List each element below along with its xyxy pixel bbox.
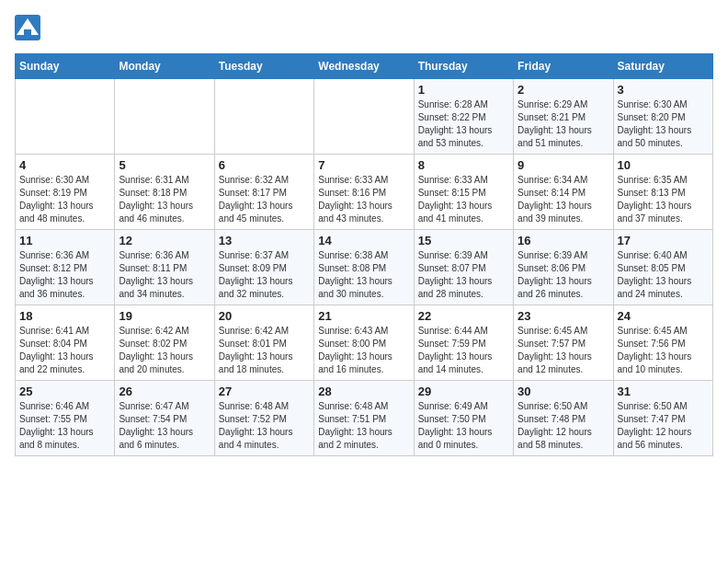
day-cell: 16Sunrise: 6:39 AM Sunset: 8:06 PM Dayli…: [514, 230, 613, 305]
day-info: Sunrise: 6:36 AM Sunset: 8:12 PM Dayligh…: [19, 249, 110, 301]
day-info: Sunrise: 6:30 AM Sunset: 8:20 PM Dayligh…: [618, 98, 709, 150]
day-number: 20: [219, 309, 310, 323]
day-cell: 24Sunrise: 6:45 AM Sunset: 7:56 PM Dayli…: [613, 305, 712, 381]
day-cell: 3Sunrise: 6:30 AM Sunset: 8:20 PM Daylig…: [613, 79, 712, 155]
day-cell: [115, 79, 214, 155]
day-cell: 27Sunrise: 6:48 AM Sunset: 7:52 PM Dayli…: [214, 381, 313, 456]
header: [15, 15, 713, 42]
day-number: 23: [518, 309, 609, 323]
day-cell: 30Sunrise: 6:50 AM Sunset: 7:48 PM Dayli…: [514, 381, 613, 456]
day-number: 25: [19, 385, 110, 398]
day-info: Sunrise: 6:37 AM Sunset: 8:09 PM Dayligh…: [219, 249, 310, 301]
day-header-sunday: Sunday: [16, 54, 115, 79]
day-cell: [214, 79, 313, 155]
day-info: Sunrise: 6:42 AM Sunset: 8:01 PM Dayligh…: [219, 325, 310, 376]
day-cell: 17Sunrise: 6:40 AM Sunset: 8:05 PM Dayli…: [613, 230, 712, 305]
day-cell: 21Sunrise: 6:43 AM Sunset: 8:00 PM Dayli…: [314, 305, 414, 381]
day-cell: 22Sunrise: 6:44 AM Sunset: 7:59 PM Dayli…: [414, 305, 513, 381]
day-number: 18: [19, 309, 110, 323]
day-number: 21: [318, 309, 409, 323]
day-info: Sunrise: 6:42 AM Sunset: 8:02 PM Dayligh…: [119, 325, 210, 376]
day-number: 27: [219, 385, 310, 398]
day-cell: 6Sunrise: 6:32 AM Sunset: 8:17 PM Daylig…: [214, 155, 313, 230]
day-number: 31: [618, 385, 709, 398]
day-cell: 13Sunrise: 6:37 AM Sunset: 8:09 PM Dayli…: [214, 230, 313, 305]
day-info: Sunrise: 6:46 AM Sunset: 7:55 PM Dayligh…: [19, 400, 110, 452]
day-cell: 25Sunrise: 6:46 AM Sunset: 7:55 PM Dayli…: [16, 381, 115, 456]
day-cell: 1Sunrise: 6:28 AM Sunset: 8:22 PM Daylig…: [414, 79, 513, 155]
day-cell: 28Sunrise: 6:48 AM Sunset: 7:51 PM Dayli…: [314, 381, 414, 456]
day-cell: 5Sunrise: 6:31 AM Sunset: 8:18 PM Daylig…: [115, 155, 214, 230]
day-cell: 18Sunrise: 6:41 AM Sunset: 8:04 PM Dayli…: [16, 305, 115, 381]
day-number: 17: [618, 234, 709, 247]
day-info: Sunrise: 6:43 AM Sunset: 8:00 PM Dayligh…: [318, 325, 409, 376]
day-cell: 26Sunrise: 6:47 AM Sunset: 7:54 PM Dayli…: [115, 381, 214, 456]
day-cell: 31Sunrise: 6:50 AM Sunset: 7:47 PM Dayli…: [613, 381, 712, 456]
day-info: Sunrise: 6:40 AM Sunset: 8:05 PM Dayligh…: [618, 249, 709, 301]
day-number: 2: [518, 83, 609, 97]
day-number: 19: [119, 309, 210, 323]
day-header-monday: Monday: [115, 54, 214, 79]
day-cell: 8Sunrise: 6:33 AM Sunset: 8:15 PM Daylig…: [414, 155, 513, 230]
day-info: Sunrise: 6:41 AM Sunset: 8:04 PM Dayligh…: [19, 325, 110, 376]
day-cell: [314, 79, 414, 155]
day-cell: 10Sunrise: 6:35 AM Sunset: 8:13 PM Dayli…: [613, 155, 712, 230]
logo-icon: [15, 15, 42, 42]
day-number: 14: [318, 234, 409, 247]
day-cell: 11Sunrise: 6:36 AM Sunset: 8:12 PM Dayli…: [16, 230, 115, 305]
day-number: 12: [119, 234, 210, 247]
day-info: Sunrise: 6:33 AM Sunset: 8:15 PM Dayligh…: [418, 174, 509, 225]
day-number: 28: [318, 385, 409, 398]
day-info: Sunrise: 6:39 AM Sunset: 8:06 PM Dayligh…: [518, 249, 609, 301]
day-cell: 14Sunrise: 6:38 AM Sunset: 8:08 PM Dayli…: [314, 230, 414, 305]
day-number: 8: [418, 158, 509, 172]
day-info: Sunrise: 6:47 AM Sunset: 7:54 PM Dayligh…: [119, 400, 210, 452]
day-info: Sunrise: 6:33 AM Sunset: 8:16 PM Dayligh…: [318, 174, 409, 225]
day-number: 11: [19, 234, 110, 247]
day-info: Sunrise: 6:39 AM Sunset: 8:07 PM Dayligh…: [418, 249, 509, 301]
day-cell: 29Sunrise: 6:49 AM Sunset: 7:50 PM Dayli…: [414, 381, 513, 456]
day-cell: [16, 79, 115, 155]
day-info: Sunrise: 6:30 AM Sunset: 8:19 PM Dayligh…: [19, 174, 110, 225]
calendar-table: SundayMondayTuesdayWednesdayThursdayFrid…: [15, 53, 713, 456]
day-cell: 23Sunrise: 6:45 AM Sunset: 7:57 PM Dayli…: [514, 305, 613, 381]
day-info: Sunrise: 6:50 AM Sunset: 7:47 PM Dayligh…: [618, 400, 709, 452]
day-header-thursday: Thursday: [414, 54, 513, 79]
day-info: Sunrise: 6:45 AM Sunset: 7:57 PM Dayligh…: [518, 325, 609, 376]
day-cell: 2Sunrise: 6:29 AM Sunset: 8:21 PM Daylig…: [514, 79, 613, 155]
day-info: Sunrise: 6:31 AM Sunset: 8:18 PM Dayligh…: [119, 174, 210, 225]
day-cell: 15Sunrise: 6:39 AM Sunset: 8:07 PM Dayli…: [414, 230, 513, 305]
week-row-2: 4Sunrise: 6:30 AM Sunset: 8:19 PM Daylig…: [16, 155, 713, 230]
logo: [15, 15, 42, 42]
day-number: 13: [219, 234, 310, 247]
day-number: 15: [418, 234, 509, 247]
day-info: Sunrise: 6:28 AM Sunset: 8:22 PM Dayligh…: [418, 98, 509, 150]
day-header-wednesday: Wednesday: [314, 54, 414, 79]
day-cell: 7Sunrise: 6:33 AM Sunset: 8:16 PM Daylig…: [314, 155, 414, 230]
day-info: Sunrise: 6:49 AM Sunset: 7:50 PM Dayligh…: [418, 400, 509, 452]
svg-rect-2: [24, 29, 31, 35]
day-number: 1: [418, 83, 509, 97]
day-number: 22: [418, 309, 509, 323]
day-cell: 20Sunrise: 6:42 AM Sunset: 8:01 PM Dayli…: [214, 305, 313, 381]
day-number: 24: [618, 309, 709, 323]
day-number: 6: [219, 158, 310, 172]
day-number: 3: [618, 83, 709, 97]
day-info: Sunrise: 6:38 AM Sunset: 8:08 PM Dayligh…: [318, 249, 409, 301]
day-info: Sunrise: 6:48 AM Sunset: 7:51 PM Dayligh…: [318, 400, 409, 452]
day-number: 5: [119, 158, 210, 172]
day-info: Sunrise: 6:29 AM Sunset: 8:21 PM Dayligh…: [518, 98, 609, 150]
day-number: 7: [318, 158, 409, 172]
day-info: Sunrise: 6:44 AM Sunset: 7:59 PM Dayligh…: [418, 325, 509, 376]
week-row-5: 25Sunrise: 6:46 AM Sunset: 7:55 PM Dayli…: [16, 381, 713, 456]
day-info: Sunrise: 6:50 AM Sunset: 7:48 PM Dayligh…: [518, 400, 609, 452]
day-header-tuesday: Tuesday: [214, 54, 313, 79]
day-info: Sunrise: 6:36 AM Sunset: 8:11 PM Dayligh…: [119, 249, 210, 301]
day-info: Sunrise: 6:34 AM Sunset: 8:14 PM Dayligh…: [518, 174, 609, 225]
day-info: Sunrise: 6:48 AM Sunset: 7:52 PM Dayligh…: [219, 400, 310, 452]
day-number: 4: [19, 158, 110, 172]
day-number: 10: [618, 158, 709, 172]
day-number: 29: [418, 385, 509, 398]
week-row-3: 11Sunrise: 6:36 AM Sunset: 8:12 PM Dayli…: [16, 230, 713, 305]
day-number: 30: [518, 385, 609, 398]
